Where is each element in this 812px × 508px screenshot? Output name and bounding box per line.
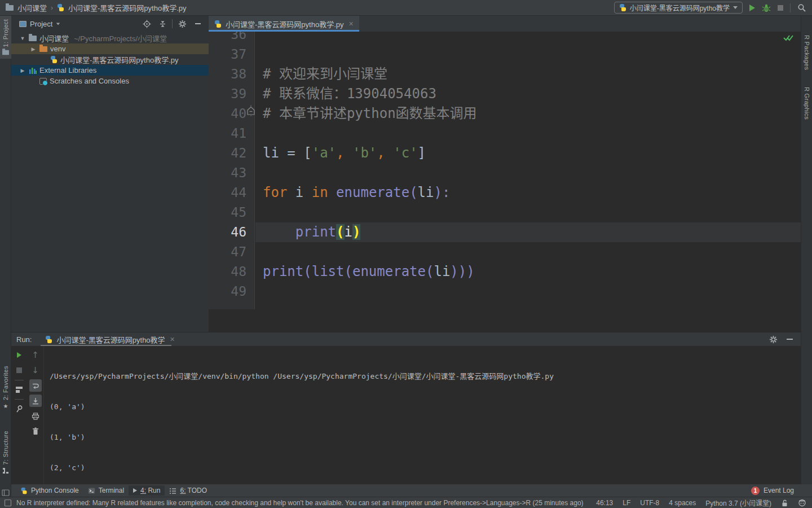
breadcrumb-file[interactable]: 小闫课堂-黑客云源码网pytho教学.py bbox=[68, 2, 186, 13]
gear-icon[interactable] bbox=[176, 17, 188, 30]
tree-row-scratches[interactable]: Scratches and Consoles bbox=[11, 76, 209, 86]
code-line-44[interactable]: for i in enumerate(li): bbox=[263, 183, 450, 203]
terminal-icon bbox=[88, 487, 95, 494]
gear-icon[interactable] bbox=[769, 335, 778, 344]
folder-icon bbox=[39, 46, 47, 52]
right-tool-window-stripe: R Packages R Graphics bbox=[801, 16, 812, 484]
collapse-all-button[interactable] bbox=[156, 17, 169, 30]
status-panel-icon[interactable] bbox=[4, 499, 12, 507]
tree-row-external-libraries[interactable]: ▶ External Libraries bbox=[11, 65, 209, 76]
pycharm-window: 小闫课堂 › 小闫课堂-黑客云源码网pytho教学.py 小闫课堂-黑客云源码网… bbox=[0, 0, 812, 508]
code-line-38[interactable]: # 欢迎来到小闫课堂 bbox=[263, 64, 387, 84]
project-panel-title[interactable]: Project bbox=[30, 20, 52, 28]
lock-icon[interactable] bbox=[781, 499, 788, 507]
project-tree: ▼ 小闫课堂 ~/PycharmProjects/小闫课堂 ▶ venv 小闫课… bbox=[11, 32, 209, 86]
console-line: /Users/ysp/PycharmProjects/小闫课堂/venv/bin… bbox=[50, 371, 801, 382]
tree-row-python-file[interactable]: 小闫课堂-黑客云源码网pytho教学.py bbox=[11, 54, 209, 65]
code-token: 'c' bbox=[393, 145, 417, 161]
hide-panel-button[interactable] bbox=[787, 339, 793, 340]
toolbar-todo[interactable]: 6: TODO bbox=[165, 485, 211, 496]
hide-panel-button[interactable] bbox=[192, 17, 204, 30]
soft-wrap-icon[interactable] bbox=[29, 379, 42, 392]
folder-icon bbox=[6, 5, 14, 11]
chevron-right-icon[interactable]: ▶ bbox=[19, 68, 26, 73]
close-icon[interactable]: × bbox=[170, 335, 175, 344]
python-file-icon bbox=[57, 4, 64, 11]
sidebar-item-r-graphics[interactable]: R Graphics bbox=[801, 84, 812, 123]
trash-icon[interactable] bbox=[29, 425, 42, 437]
code-token bbox=[385, 145, 393, 161]
structure-icon bbox=[3, 468, 9, 474]
run-button[interactable] bbox=[749, 5, 755, 11]
interpreter-label[interactable]: Python 3.7 (小闫课堂) bbox=[705, 498, 771, 507]
restore-layout-icon[interactable] bbox=[13, 383, 25, 396]
sidebar-item-structure[interactable]: 7: Structure bbox=[0, 427, 11, 476]
line-number: 37 bbox=[213, 45, 246, 64]
tree-path-hint: ~/PycharmProjects/小闫课堂 bbox=[74, 33, 167, 43]
code-token: # 联系微信：13904054063 bbox=[263, 86, 436, 102]
console-line: (2, 'c') bbox=[50, 463, 801, 473]
code-line-42[interactable]: li = ['a', 'b', 'c'] bbox=[263, 143, 426, 163]
pin-icon[interactable] bbox=[13, 402, 25, 415]
locate-file-button[interactable] bbox=[140, 17, 153, 30]
code-token: li = [ bbox=[263, 145, 312, 161]
tree-row-venv[interactable]: ▶ venv bbox=[11, 43, 209, 54]
code-line-39[interactable]: # 联系微信：13904054063 bbox=[263, 84, 436, 104]
code-line-48[interactable]: print(list(enumerate(li))) bbox=[263, 262, 475, 282]
code-token: # 本章节讲述python函数基本调用 bbox=[263, 106, 477, 121]
stop-button[interactable] bbox=[778, 5, 783, 11]
rerun-button[interactable] bbox=[13, 349, 25, 361]
scroll-to-end-icon[interactable] bbox=[29, 395, 42, 407]
status-message[interactable]: No R interpreter defined: Many R related… bbox=[16, 499, 584, 507]
breadcrumb-project[interactable]: 小闫课堂 bbox=[17, 2, 47, 13]
line-number: 48 bbox=[213, 262, 246, 282]
code-token: ( bbox=[336, 224, 344, 240]
toolbar-python-console[interactable]: Python Console bbox=[16, 485, 83, 496]
stop-button[interactable] bbox=[13, 364, 25, 376]
down-arrow-icon[interactable]: ↓ bbox=[29, 364, 42, 376]
run-configuration-select[interactable]: 小闫课堂-黑客云源码网pytho教学 bbox=[614, 2, 743, 14]
inspector-icon[interactable] bbox=[798, 498, 806, 507]
toolbar-run[interactable]: 4: Run bbox=[129, 485, 165, 496]
line-number: 47 bbox=[213, 242, 246, 262]
console-line: (1, 'b') bbox=[50, 432, 801, 443]
code-token: , bbox=[336, 145, 344, 161]
file-encoding[interactable]: UTF-8 bbox=[640, 499, 659, 507]
libraries-icon bbox=[29, 67, 37, 74]
toolbar-terminal[interactable]: Terminal bbox=[83, 485, 129, 496]
code-token: ) bbox=[352, 224, 360, 240]
tree-row-project-root[interactable]: ▼ 小闫课堂 ~/PycharmProjects/小闫课堂 bbox=[11, 33, 209, 43]
caret-position[interactable]: 46:13 bbox=[596, 499, 613, 507]
sidebar-item-favorites[interactable]: 2: Favorites ★ bbox=[0, 362, 11, 413]
code-line-40[interactable]: # 本章节讲述python函数基本调用 bbox=[263, 104, 477, 124]
code-token: ( bbox=[426, 264, 434, 279]
fold-region-icon[interactable] bbox=[246, 105, 256, 116]
up-arrow-icon[interactable]: ↑ bbox=[29, 349, 42, 361]
code-editor[interactable]: 3637383940414243444546474849 # 欢迎来到小闫课堂#… bbox=[209, 32, 801, 309]
code-token: for bbox=[263, 185, 287, 200]
chevron-down-icon[interactable]: ▼ bbox=[19, 36, 26, 41]
python-file-icon bbox=[45, 336, 52, 343]
sidebar-item-project[interactable]: 1: Project bbox=[0, 16, 11, 59]
close-icon[interactable]: × bbox=[348, 19, 353, 28]
debug-button[interactable] bbox=[762, 3, 771, 12]
line-number: 38 bbox=[213, 64, 246, 84]
title-bar: 小闫课堂 › 小闫课堂-黑客云源码网pytho教学.py 小闫课堂-黑客云源码网… bbox=[0, 0, 812, 16]
console-output[interactable]: /Users/ysp/PycharmProjects/小闫课堂/venv/bin… bbox=[50, 346, 801, 485]
inspections-ok-icon[interactable] bbox=[783, 33, 794, 42]
code-token: ( bbox=[303, 264, 311, 279]
tool-window-toggle-icon[interactable] bbox=[2, 489, 10, 497]
chevron-right-icon[interactable]: ▶ bbox=[30, 46, 37, 52]
code-line-46[interactable]: print(i) bbox=[263, 222, 360, 242]
chevron-down-icon[interactable] bbox=[56, 23, 60, 25]
python-console-icon bbox=[21, 487, 28, 494]
todo-list-icon bbox=[169, 487, 176, 494]
run-tab[interactable]: 小闫课堂-黑客云源码网pytho教学 × bbox=[45, 332, 174, 346]
indent-style[interactable]: 4 spaces bbox=[669, 499, 696, 507]
toolbar-event-log[interactable]: 1 Event Log bbox=[751, 487, 812, 495]
editor-tab[interactable]: 小闫课堂-黑客云源码网pytho教学.py × bbox=[209, 16, 359, 32]
search-icon[interactable] bbox=[797, 3, 806, 12]
line-separator[interactable]: LF bbox=[623, 499, 630, 507]
print-icon[interactable] bbox=[29, 410, 42, 422]
sidebar-item-r-packages[interactable]: R Packages bbox=[801, 32, 812, 73]
